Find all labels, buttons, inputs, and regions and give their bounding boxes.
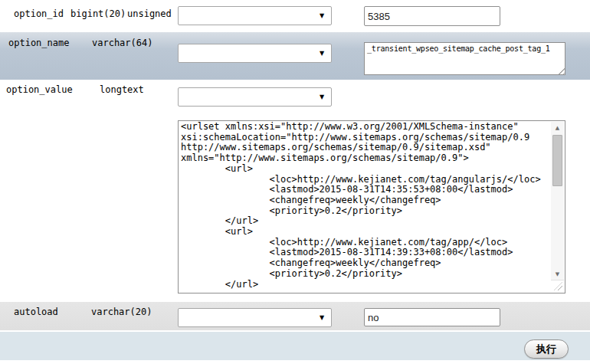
field-name-option-name: option_name xyxy=(8,38,69,48)
function-select-option-id[interactable] xyxy=(178,6,332,25)
field-name-autoload: autoload xyxy=(14,307,58,317)
scrollbar-track[interactable]: ▲ ▼ xyxy=(551,122,564,280)
field-type-option-id: bigint(20) xyxy=(70,8,126,19)
insert-edit-form: option_id bigint(20) unsigned ▼ option_n… xyxy=(0,0,590,364)
value-input-autoload[interactable] xyxy=(364,308,500,326)
field-name-option-value: option_value xyxy=(6,84,73,95)
execute-button[interactable]: 执行 xyxy=(524,339,569,359)
footer-band xyxy=(0,332,590,360)
scrollbar-thumb[interactable] xyxy=(552,135,562,186)
field-attr-option-id: unsigned xyxy=(127,8,172,19)
resize-grip-icon[interactable] xyxy=(556,66,565,74)
function-select-option-name[interactable] xyxy=(178,44,332,63)
value-input-option-id[interactable] xyxy=(364,6,500,26)
value-textarea-option-value[interactable]: <urlset xmlns:xsi="http://www.w3.org/200… xyxy=(179,121,565,293)
resize-grip-icon[interactable] xyxy=(551,280,564,292)
scroll-up-icon[interactable]: ▲ xyxy=(551,122,564,134)
value-textarea-option-name[interactable]: _transient_wpseo_sitemap_cache_post_tag_… xyxy=(364,42,565,75)
value-textarea-container: <urlset xmlns:xsi="http://www.w3.org/200… xyxy=(178,120,565,293)
field-type-option-value: longtext xyxy=(100,84,144,95)
function-select-option-value[interactable] xyxy=(178,87,332,107)
field-name-option-id: option_id xyxy=(14,8,64,19)
scroll-down-icon[interactable]: ▼ xyxy=(551,268,564,280)
field-type-option-name: varchar(64) xyxy=(92,38,152,48)
function-select-autoload[interactable] xyxy=(178,308,332,327)
field-type-autoload: varchar(20) xyxy=(91,307,152,317)
